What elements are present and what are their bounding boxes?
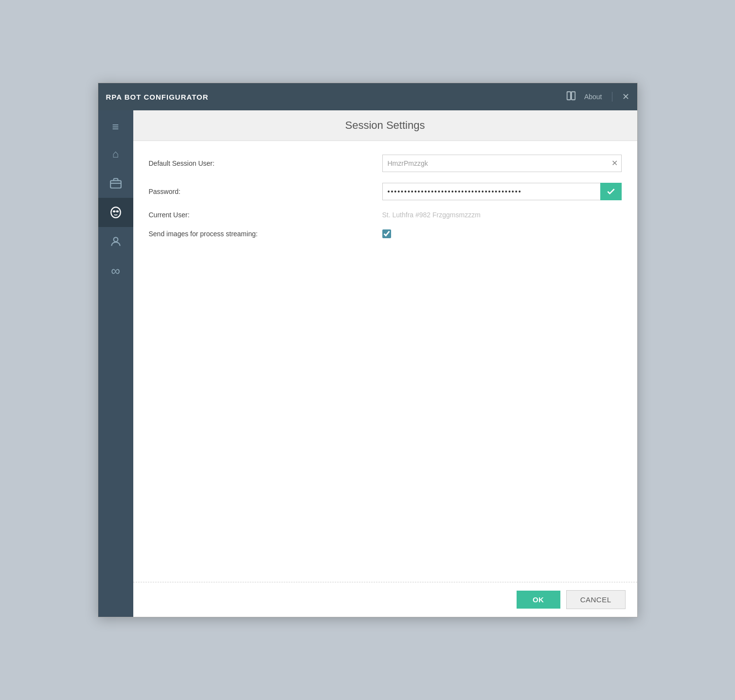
default-session-user-clear-button[interactable]: ✕ <box>611 159 618 167</box>
title-bar-controls: About ✕ <box>566 90 629 104</box>
sidebar-item-home[interactable] <box>98 140 133 169</box>
current-user-row: Current User: St. Luthfra #982 Frzggmsmz… <box>149 211 622 219</box>
current-user-field: St. Luthfra #982 Frzggmsmzzzm <box>382 211 622 219</box>
password-input-wrapper <box>382 183 622 200</box>
default-session-user-input[interactable] <box>382 155 622 172</box>
svg-point-6 <box>113 210 115 212</box>
send-images-checkbox[interactable] <box>382 229 391 238</box>
sidebar-item-infinity[interactable] <box>98 256 133 285</box>
app-window: RPA BOT CONFIGURATOR About ✕ <box>98 83 638 617</box>
send-images-label: Send images for process streaming: <box>149 230 382 238</box>
title-bar: RPA BOT CONFIGURATOR About ✕ <box>98 83 637 110</box>
checkmark-icon <box>606 187 616 196</box>
sidebar-item-briefcase[interactable] <box>98 169 133 198</box>
person-icon <box>109 235 122 248</box>
briefcase-icon <box>109 177 122 190</box>
sidebar <box>98 110 133 617</box>
send-images-row: Send images for process streaming: <box>149 229 622 238</box>
book-icon[interactable] <box>566 90 576 104</box>
password-field <box>382 183 622 200</box>
send-images-checkbox-wrapper <box>382 229 391 238</box>
svg-rect-1 <box>572 91 575 100</box>
send-images-field <box>382 229 622 238</box>
sidebar-item-bot[interactable] <box>98 198 133 227</box>
content-area: Session Settings Default Session User: ✕ <box>133 110 637 617</box>
sidebar-menu-button[interactable] <box>98 114 133 140</box>
page-title: Session Settings <box>145 119 626 132</box>
current-user-value: St. Luthfra #982 Frzggmsmzzzm <box>382 211 481 219</box>
svg-rect-0 <box>567 91 571 100</box>
svg-point-8 <box>113 237 118 242</box>
page-header: Session Settings <box>133 110 637 141</box>
footer: OK CANCEL <box>133 582 637 617</box>
password-input[interactable] <box>382 183 622 200</box>
about-link[interactable]: About <box>584 93 602 101</box>
default-session-user-input-wrapper: ✕ <box>382 155 622 172</box>
svg-point-7 <box>116 210 118 212</box>
hamburger-icon <box>112 120 119 134</box>
default-session-user-field: ✕ <box>382 155 622 172</box>
alien-icon <box>109 206 122 219</box>
password-label: Password: <box>149 188 382 195</box>
close-button[interactable]: ✕ <box>622 92 629 101</box>
cancel-button[interactable]: CANCEL <box>566 590 626 609</box>
infinity-icon <box>111 263 120 279</box>
svg-rect-2 <box>110 181 121 188</box>
current-user-label: Current User: <box>149 211 382 219</box>
app-title: RPA BOT CONFIGURATOR <box>106 93 566 101</box>
ok-button[interactable]: OK <box>517 591 560 609</box>
default-session-user-label: Default Session User: <box>149 159 382 167</box>
main-layout: Session Settings Default Session User: ✕ <box>98 110 637 617</box>
title-bar-divider <box>612 92 612 102</box>
password-row: Password: <box>149 183 622 200</box>
password-confirm-button[interactable] <box>600 183 622 200</box>
svg-point-5 <box>111 207 121 218</box>
settings-content: Default Session User: ✕ Password: <box>133 141 637 582</box>
home-icon <box>112 148 119 160</box>
sidebar-item-person[interactable] <box>98 227 133 256</box>
default-session-user-row: Default Session User: ✕ <box>149 155 622 172</box>
